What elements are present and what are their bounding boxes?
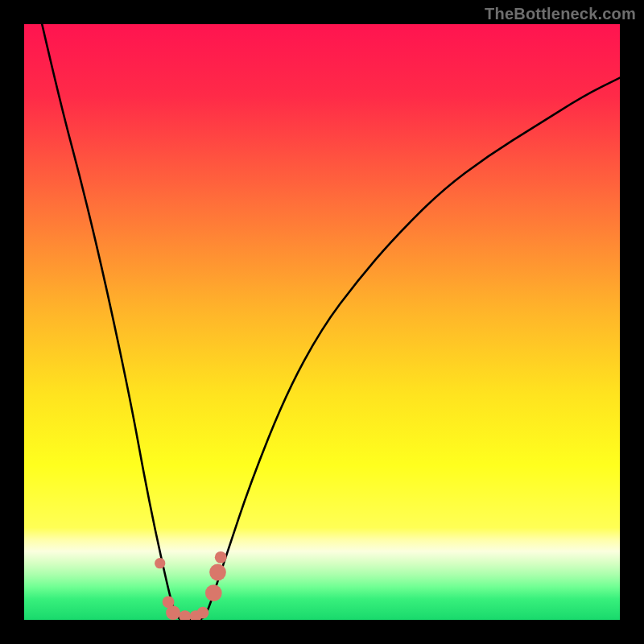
curve-layer xyxy=(24,24,620,620)
plot-area xyxy=(24,24,620,620)
bottleneck-curve xyxy=(42,24,620,620)
reference-point xyxy=(215,551,227,564)
chart-frame: TheBottleneck.com xyxy=(0,0,644,644)
watermark-text: TheBottleneck.com xyxy=(485,5,636,23)
reference-point xyxy=(205,584,222,601)
reference-point xyxy=(155,558,165,568)
reference-points xyxy=(155,551,227,620)
reference-point xyxy=(179,610,191,620)
reference-point xyxy=(197,607,209,619)
reference-point xyxy=(209,564,226,580)
reference-point xyxy=(166,605,180,620)
